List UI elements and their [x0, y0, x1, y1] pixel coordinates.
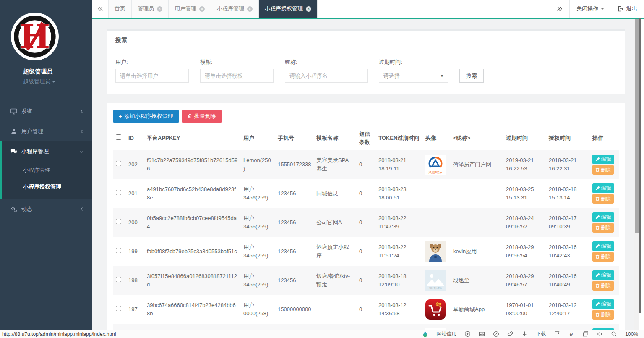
- close-actions-dropdown[interactable]: 关闭操作: [569, 0, 611, 18]
- edit-pencil-icon: [595, 186, 600, 191]
- column-header-actions: 操作: [590, 127, 619, 150]
- cell-user: 用户3456(259): [241, 208, 275, 237]
- chevron-left-icon: [80, 129, 84, 134]
- search-button[interactable]: 搜索: [459, 69, 484, 83]
- edit-button[interactable]: 编辑: [592, 241, 614, 251]
- cell-expire-time: 2018-03-29 09:56:54: [503, 237, 546, 266]
- double-chevron-right-icon: [557, 6, 563, 12]
- sidebar-item-dynamic[interactable]: 动态: [0, 199, 92, 219]
- image-placeholder: 暂时无法显示: [425, 270, 446, 291]
- monitor-icon: [10, 108, 17, 115]
- edit-pencil-icon: [595, 215, 600, 220]
- download-label[interactable]: 下载: [536, 330, 546, 338]
- zoom-search-icon[interactable]: [611, 331, 617, 337]
- tab-close-icon[interactable]: ×: [199, 6, 205, 12]
- row-checkbox[interactable]: [116, 190, 121, 195]
- cell-expire-time: 2018-03-25 15:13:31: [503, 179, 546, 208]
- row-checkbox[interactable]: [116, 306, 121, 311]
- cell-appkey: fab0f08f7cb79eb25c3a3d0553baf51c: [144, 237, 241, 266]
- cell-sms-count: 0: [357, 150, 376, 179]
- nickname-input[interactable]: [285, 69, 368, 83]
- edit-button[interactable]: 编辑: [592, 155, 614, 164]
- caret-down-icon: [52, 81, 55, 83]
- tabs-scroll-right-button[interactable]: [550, 0, 569, 18]
- tab-admin[interactable]: 管理员×: [132, 0, 169, 18]
- tab-user-management[interactable]: 用户管理×: [169, 0, 211, 18]
- zoom-level[interactable]: 100%: [625, 331, 638, 337]
- shield-icon[interactable]: [464, 331, 471, 337]
- delete-button[interactable]: 删除: [592, 165, 614, 175]
- ie-browser-icon[interactable]: e: [568, 331, 574, 337]
- speaker-icon[interactable]: [597, 331, 603, 337]
- cell-token-expire: 2018-03-12 14:35:22: [376, 324, 423, 330]
- chevron-left-icon: [80, 207, 84, 211]
- trash-icon: [595, 254, 600, 259]
- gears-icon: [10, 206, 17, 212]
- row-checkbox[interactable]: [116, 161, 121, 166]
- delete-button[interactable]: 删除: [592, 223, 614, 233]
- flag-icon[interactable]: [554, 331, 560, 337]
- delete-button[interactable]: 删除: [592, 194, 614, 204]
- table-row: 196 4e2511cd70a4ac634f91d89b85c6627d 用户0…: [113, 324, 619, 330]
- table-header-row: ID 平台APPKEY 用户 手机号 模板名称 短信条数 TOKEN过期时间 头…: [113, 127, 619, 150]
- row-checkbox[interactable]: [116, 277, 121, 282]
- cell-auth-time: 2018-03-17 09:10:39: [546, 208, 590, 237]
- sidebar-item-label: 小程序管理: [21, 148, 80, 155]
- vertical-scrollbar[interactable]: [634, 19, 639, 330]
- screenshot-icon[interactable]: [479, 331, 485, 337]
- water-drop-icon[interactable]: [422, 331, 428, 337]
- column-header-template: 模板名称: [314, 127, 357, 150]
- user-select-input[interactable]: [115, 69, 189, 83]
- cell-id: 197: [126, 295, 144, 324]
- rocket-icon[interactable]: [507, 331, 514, 337]
- download-arrow-icon[interactable]: [521, 331, 528, 337]
- edit-button[interactable]: 编辑: [592, 212, 614, 222]
- restore-window-icon[interactable]: [582, 331, 589, 337]
- delete-button[interactable]: 删除: [592, 310, 614, 320]
- row-checkbox[interactable]: [116, 219, 121, 224]
- tab-miniapp-management[interactable]: 小程序管理×: [211, 0, 259, 18]
- scrollbar-thumb[interactable]: [635, 19, 639, 233]
- edit-button[interactable]: 编辑: [592, 183, 614, 193]
- sidebar-item-miniapp-management[interactable]: 小程序管理: [2, 141, 92, 162]
- row-checkbox[interactable]: [116, 248, 121, 253]
- select-all-checkbox[interactable]: [116, 134, 121, 140]
- chevron-down-icon: [80, 149, 84, 154]
- cell-appkey: 4e2511cd70a4ac634f91d89b85c6627d: [144, 324, 241, 330]
- tab-close-icon[interactable]: ×: [247, 6, 253, 12]
- template-select-input[interactable]: [200, 69, 274, 83]
- bulk-delete-button[interactable]: 批量删除: [182, 110, 222, 123]
- sidebar-role-dropdown[interactable]: 超级管理员: [23, 78, 92, 85]
- table-row: 201 a491bc7607bd6c52b438e8da8d923f8e 用户3…: [113, 179, 619, 208]
- delete-button[interactable]: 删除: [592, 281, 614, 291]
- edit-pencil-icon: [595, 157, 600, 162]
- delete-button[interactable]: 删除: [592, 252, 614, 262]
- expire-time-select[interactable]: 请选择 ▼: [379, 69, 448, 83]
- column-header-avatar: 头像: [423, 127, 451, 150]
- sidebar-subitem-miniapp[interactable]: 小程序管理: [2, 162, 92, 178]
- tabs-scroll-left-button[interactable]: [92, 0, 108, 18]
- tab-close-icon[interactable]: ×: [306, 6, 311, 12]
- column-header-expire-time: 过期时间: [503, 127, 546, 150]
- main-content: 搜索 用户: 模板: 昵称: 过期时间: 请选择 ▼ 搜索: [92, 19, 634, 330]
- cell-user: 用户0000(258): [241, 324, 275, 330]
- speed-gauge-icon[interactable]: [493, 331, 499, 337]
- cell-appkey: 0b5a9cc2e788fb6cb07cee8fd9545da4: [144, 208, 241, 237]
- table-row: 198 3f057f15e84866a0126830818721112d 用户3…: [113, 266, 619, 295]
- tab-miniapp-auth-management[interactable]: 小程序授权管理×: [259, 0, 318, 18]
- tab-close-icon[interactable]: ×: [157, 6, 162, 12]
- edit-button[interactable]: 编辑: [592, 270, 614, 280]
- cell-phone: 15000000000: [275, 324, 314, 330]
- edit-button[interactable]: 编辑: [592, 299, 614, 309]
- sidebar-item-system[interactable]: 系统: [0, 101, 92, 121]
- sidebar-subitem-miniapp-auth[interactable]: 小程序授权管理: [2, 178, 92, 199]
- site-credit-label[interactable]: 网站信用: [436, 330, 456, 338]
- svg-text:暂时无法显示: 暂时无法显示: [429, 287, 442, 290]
- table-row: 197 39bc674a6660c814f47b23e4284bb68b 用户0…: [113, 295, 619, 324]
- logout-button[interactable]: 退出: [611, 0, 644, 18]
- tab-home[interactable]: 首页: [108, 0, 132, 18]
- table-row: 199 fab0f08f7cb79eb25c3a3d0553baf51c 用户3…: [113, 237, 619, 266]
- sidebar-item-user-management[interactable]: 用户管理: [0, 121, 92, 141]
- add-miniapp-auth-button[interactable]: +添加小程序授权管理: [113, 110, 179, 123]
- miniapp-auth-table: ID 平台APPKEY 用户 手机号 模板名称 短信条数 TOKEN过期时间 头…: [113, 127, 619, 330]
